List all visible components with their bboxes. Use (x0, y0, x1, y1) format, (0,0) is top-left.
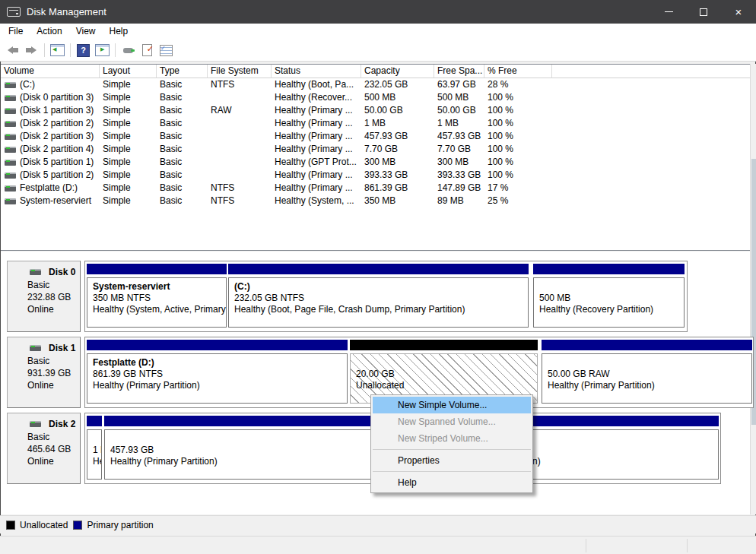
back-icon[interactable] (3, 41, 22, 59)
rescan-icon[interactable] (119, 41, 138, 59)
disk-label-tile[interactable]: Disk 1 Basic 931.39 GB Online (7, 337, 81, 408)
context-menu-item[interactable]: Properties (373, 452, 531, 469)
context-menu: New Simple Volume... New Spanned Volume.… (370, 394, 533, 493)
table-row[interactable]: (Disk 0 partition 3) Simple Basic Health… (1, 91, 750, 104)
disk-row: Disk 0 Basic 232.88 GB Online System-res… (1, 261, 750, 332)
column-header-status[interactable]: Status (272, 65, 361, 78)
help-icon[interactable] (74, 41, 93, 59)
volume-percentfree: 100 % (484, 143, 552, 156)
context-menu-item[interactable] (373, 447, 531, 452)
table-row[interactable]: (Disk 2 partition 3) Simple Basic Health… (1, 130, 750, 143)
close-button[interactable]: × (721, 0, 756, 24)
disk-type: Basic (27, 355, 78, 367)
partition-title (93, 433, 100, 445)
vertical-scrollbar[interactable] (750, 64, 756, 514)
table-row[interactable]: Festplatte (D:) Simple Basic NTFS Health… (1, 182, 750, 195)
table-row[interactable]: (Disk 2 partition 4) Simple Basic Health… (1, 143, 750, 156)
volume-freespace: 63.97 GB (434, 78, 484, 91)
table-row[interactable]: (Disk 1 partition 3) Simple Basic RAW He… (1, 104, 750, 117)
menu-item[interactable]: Action (30, 24, 68, 40)
volume-name: System-reserviert (20, 195, 91, 207)
column-header-filesystem[interactable]: File System (208, 65, 272, 78)
partition-block[interactable]: System-reserviert 350 MB NTFS Healthy (S… (87, 264, 227, 328)
volume-percentfree: 100 % (484, 104, 552, 117)
context-menu-item[interactable]: New Simple Volume... (373, 397, 531, 413)
table-row[interactable]: (Disk 5 partition 2) Simple Basic Health… (1, 169, 750, 182)
column-header-percentfree[interactable]: % Free (484, 65, 552, 78)
partition-status: Unallocated (356, 380, 535, 391)
minimize-button[interactable] (651, 0, 686, 24)
table-row[interactable]: System-reserviert Simple Basic NTFS Heal… (1, 195, 750, 207)
legend-label: Primary partition (87, 520, 153, 530)
console-tree-icon[interactable] (48, 41, 67, 59)
partition-size: 232.05 GB NTFS (234, 293, 526, 304)
volume-freespace: 147.89 GB (434, 182, 484, 195)
volume-percentfree: 17 % (484, 182, 552, 195)
partition-block[interactable]: 500 MB Healthy (Recovery Partition) (533, 264, 685, 328)
volume-layout: Simple (100, 130, 157, 143)
partition-status: Healthy (Boot, Page File, Crash Dump, Pr… (234, 304, 526, 315)
volume-icon (5, 121, 16, 127)
column-header-layout[interactable]: Layout (100, 65, 157, 78)
volume-name: (Disk 2 partition 4) (20, 143, 94, 156)
volume-type: Basic (157, 130, 208, 143)
partition-block[interactable]: Festplatte (D:) 861.39 GB NTFS Healthy (… (87, 340, 348, 404)
separator-icon[interactable] (67, 41, 74, 59)
disk-label-tile[interactable]: Disk 0 Basic 232.88 GB Online (7, 261, 81, 332)
disk-size: 465.64 GB (27, 443, 78, 455)
volume-filesystem: RAW (208, 104, 272, 117)
menu-item[interactable]: Help (103, 24, 135, 40)
disk-label-tile[interactable]: Disk 2 Basic 465.64 GB Online (7, 413, 81, 484)
volume-icon (5, 82, 16, 88)
separator-icon[interactable] (112, 41, 119, 59)
volume-filesystem: NTFS (208, 182, 272, 195)
context-menu-item[interactable]: Help (373, 474, 531, 491)
separator-icon[interactable] (41, 41, 48, 59)
column-header-capacity[interactable]: Capacity (361, 65, 434, 78)
column-header-type[interactable]: Type (157, 65, 208, 78)
volume-type: Basic (157, 195, 208, 207)
volume-capacity: 300 MB (361, 156, 434, 169)
volume-layout: Simple (100, 143, 157, 156)
volume-capacity: 232.05 GB (361, 78, 434, 91)
context-menu-item[interactable]: New Striped Volume... (373, 430, 531, 447)
forward-icon[interactable] (22, 41, 41, 59)
statusbar-divider (586, 539, 586, 552)
context-menu-item[interactable] (373, 469, 531, 474)
volume-percentfree: 28 % (484, 78, 552, 91)
partition-block[interactable]: (C:) 232.05 GB NTFS Healthy (Boot, Page … (228, 264, 529, 328)
menu-item[interactable]: View (69, 24, 103, 40)
partition-title: Festplatte (D:) (93, 357, 345, 369)
partition-color-bar (87, 264, 227, 274)
window-controls: × (651, 0, 756, 24)
partition-title (548, 357, 750, 369)
partition-size: 500 MB (539, 293, 682, 304)
check-disk-icon[interactable] (138, 41, 157, 59)
action-pane-icon[interactable] (93, 41, 112, 59)
legend-item: Unallocated (6, 520, 68, 530)
volume-filesystem: NTFS (208, 195, 272, 207)
partition-title: (C:) (234, 281, 526, 293)
volume-status: Healthy (Recover... (272, 91, 361, 104)
maximize-button[interactable] (686, 0, 721, 24)
table-row[interactable]: (Disk 5 partition 1) Simple Basic Health… (1, 156, 750, 169)
task-list-icon[interactable] (157, 41, 176, 59)
volume-freespace: 393.33 GB (434, 169, 484, 182)
volume-freespace: 89 MB (434, 195, 484, 207)
column-header-freespace[interactable]: Free Spa... (434, 65, 484, 78)
volume-icon (5, 147, 16, 153)
partition-area: System-reserviert 350 MB NTFS Healthy (S… (84, 261, 688, 332)
disk-status: Online (27, 303, 78, 315)
volume-icon (5, 160, 16, 166)
column-header-volume[interactable]: Volume (1, 65, 100, 78)
volume-layout: Simple (100, 78, 157, 91)
partition-block[interactable]: 50.00 GB RAW Healthy (Primary Partition) (542, 340, 752, 404)
context-menu-item[interactable]: New Spanned Volume... (373, 413, 531, 430)
partition-block[interactable]: 1 MB Healthy (Primary Partition) (87, 416, 102, 480)
partition-size: 20.00 GB (356, 369, 535, 380)
menu-item[interactable]: File (2, 24, 30, 40)
table-row[interactable]: (Disk 2 partition 2) Simple Basic Health… (1, 117, 750, 130)
volume-status: Healthy (Boot, Pa... (272, 78, 361, 91)
table-row[interactable]: (C:) Simple Basic NTFS Healthy (Boot, Pa… (1, 78, 750, 91)
volume-capacity: 500 MB (361, 91, 434, 104)
